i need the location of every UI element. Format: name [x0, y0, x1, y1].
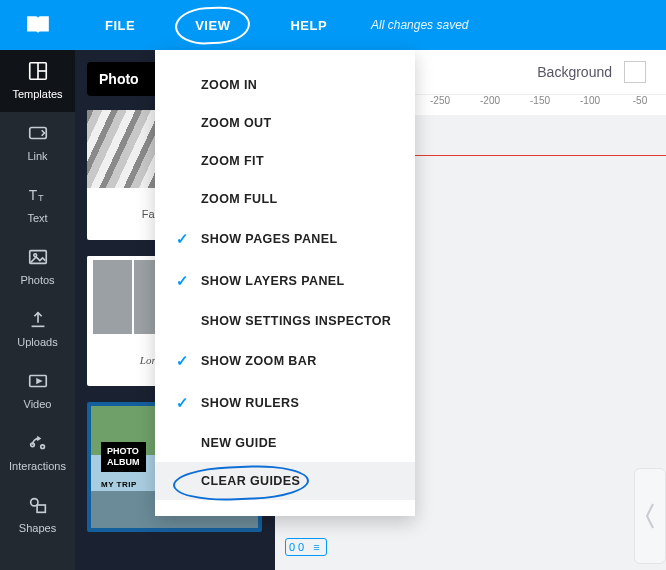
menu-new-guide[interactable]: NEW GUIDE	[155, 424, 415, 462]
svg-text:T: T	[38, 193, 44, 203]
chevron-left-icon	[642, 496, 658, 536]
background-label: Background	[537, 64, 612, 80]
thumb-label: PHOTOALBUM	[101, 442, 146, 472]
check-icon: ✓	[175, 272, 191, 290]
ruler-tick: -250	[430, 95, 450, 106]
check-icon: ✓	[175, 230, 191, 248]
save-status: All changes saved	[371, 18, 468, 32]
ruler-tick: -50	[633, 95, 647, 106]
sidebar-uploads[interactable]: Uploads	[0, 298, 75, 360]
menu-zoom-fit[interactable]: ZOOM FIT	[155, 142, 415, 180]
view-dropdown: ZOOM IN ZOOM OUT ZOOM FIT ZOOM FULL ✓SHO…	[155, 50, 415, 516]
ruler-tick: -150	[530, 95, 550, 106]
menu-show-layers[interactable]: ✓SHOW LAYERS PANEL	[155, 260, 415, 302]
menu-show-pages[interactable]: ✓SHOW PAGES PANEL	[155, 218, 415, 260]
image-icon	[27, 246, 49, 268]
upload-icon	[27, 308, 49, 330]
sidebar-label: Text	[27, 212, 47, 224]
sidebar-label: Video	[24, 398, 52, 410]
sidebar-label: Templates	[12, 88, 62, 100]
svg-text:T: T	[28, 188, 37, 203]
video-icon	[27, 370, 49, 392]
svg-rect-15	[37, 505, 45, 512]
sidebar-interactions[interactable]: Interactions	[0, 422, 75, 484]
sidebar-label: Photos	[20, 274, 54, 286]
left-toolbar: Templates Link TT Text Photos Uploads Vi…	[0, 50, 75, 570]
menu-zoom-out[interactable]: ZOOM OUT	[155, 104, 415, 142]
interactions-icon	[27, 432, 49, 454]
link-icon	[27, 122, 49, 144]
menu-show-settings[interactable]: SHOW SETTINGS INSPECTOR	[155, 302, 415, 340]
app-logo[interactable]	[0, 12, 75, 38]
templates-icon	[27, 60, 49, 82]
sidebar-label: Link	[27, 150, 47, 162]
sidebar-shapes[interactable]: Shapes	[0, 484, 75, 546]
shapes-icon	[27, 494, 49, 516]
page-indicator[interactable]: 00 ≡	[285, 538, 327, 556]
menu-clear-guides[interactable]: CLEAR GUIDES	[155, 462, 415, 500]
sidebar-video[interactable]: Video	[0, 360, 75, 422]
thumb-sublabel: MY TRIP	[101, 480, 137, 489]
svg-point-13	[40, 445, 44, 449]
book-open-icon	[25, 12, 51, 38]
menu-show-rulers[interactable]: ✓SHOW RULERS	[155, 382, 415, 424]
ruler-tick: -200	[480, 95, 500, 106]
sidebar-text[interactable]: TT Text	[0, 174, 75, 236]
background-color-swatch[interactable]	[624, 61, 646, 83]
menu-zoom-full[interactable]: ZOOM FULL	[155, 180, 415, 218]
sidebar-label: Uploads	[17, 336, 57, 348]
ruler-tick: -100	[580, 95, 600, 106]
menu-zoom-in[interactable]: ZOOM IN	[155, 66, 415, 104]
sidebar-photos[interactable]: Photos	[0, 236, 75, 298]
menu-show-zoom-bar[interactable]: ✓SHOW ZOOM BAR	[155, 340, 415, 382]
menu-file[interactable]: FILE	[95, 12, 145, 39]
sidebar-label: Shapes	[19, 522, 56, 534]
sidebar-templates[interactable]: Templates	[0, 50, 75, 112]
check-icon: ✓	[175, 352, 191, 370]
svg-marker-11	[37, 379, 41, 383]
sidebar-link[interactable]: Link	[0, 112, 75, 174]
text-icon: TT	[27, 184, 49, 206]
menu-view[interactable]: VIEW	[185, 12, 240, 39]
top-menu-bar: FILE VIEW HELP All changes saved	[0, 0, 666, 50]
sidebar-label: Interactions	[9, 460, 66, 472]
menu-help[interactable]: HELP	[280, 12, 337, 39]
check-icon: ✓	[175, 394, 191, 412]
page-nav-prev[interactable]	[634, 468, 666, 564]
